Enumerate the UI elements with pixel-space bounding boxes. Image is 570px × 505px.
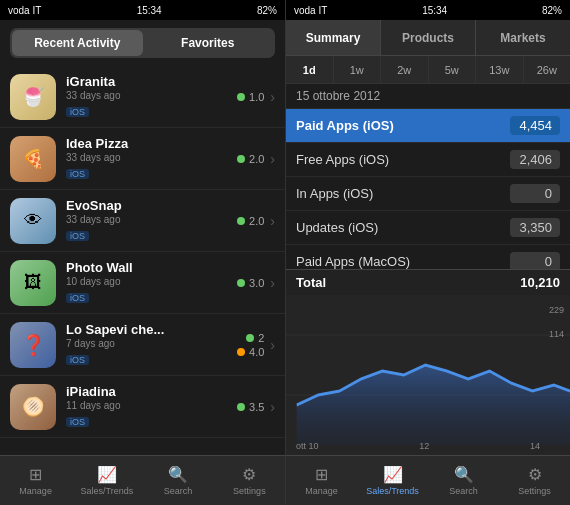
app-icon-photowall: 🖼 (10, 260, 56, 306)
total-label: Total (296, 275, 326, 290)
time-right: 15:34 (422, 5, 447, 16)
tab-manage-right[interactable]: ⊞ Manage (286, 456, 357, 505)
chevron-icon: › (270, 213, 275, 229)
search-icon: 🔍 (454, 465, 474, 484)
app-info-igranita: iGranita 33 days ago iOS (66, 74, 237, 119)
chevron-icon: › (270, 337, 275, 353)
chart-svg (286, 295, 570, 455)
tab-search-label: Search (164, 486, 193, 496)
stat-row: 2.0 (237, 153, 264, 165)
carrier-right: voda IT (294, 5, 327, 16)
app-info-ideapizza: Idea Pizza 33 days ago iOS (66, 136, 237, 181)
data-table: Paid Apps (iOS) 4,454 Free Apps (iOS) 2,… (286, 109, 570, 269)
stat-row: 1.0 (237, 91, 264, 103)
tab-sales-right[interactable]: 📈 Sales/Trends (357, 456, 428, 505)
row-paid-macos[interactable]: Paid Apps (MacOS) 0 (286, 245, 570, 269)
battery-left: 82% (257, 5, 277, 16)
chart-x-label-2: 12 (419, 441, 429, 451)
app-info-evosnap: EvoSnap 33 days ago iOS (66, 198, 237, 243)
chart-y-labels: 229 114 (549, 305, 564, 339)
tab-products[interactable]: Products (381, 20, 476, 55)
app-stats-ideapizza: 2.0 (237, 153, 264, 165)
app-days: 33 days ago (66, 214, 237, 225)
app-days: 33 days ago (66, 152, 237, 163)
tab-bar-right: ⊞ Manage 📈 Sales/Trends 🔍 Search ⚙ Setti… (286, 455, 570, 505)
tab-sales-label: Sales/Trends (366, 486, 419, 496)
chevron-icon: › (270, 399, 275, 415)
status-bar-left: voda IT 15:34 82% (0, 0, 285, 20)
row-free-ios[interactable]: Free Apps (iOS) 2,406 (286, 143, 570, 177)
row-label: Paid Apps (MacOS) (296, 254, 410, 269)
app-stats-ipiadina: 3.5 (237, 401, 264, 413)
app-platform: iOS (66, 417, 89, 427)
chart-y-label-low: 114 (549, 329, 564, 339)
app-icon-igranita: 🍧 (10, 74, 56, 120)
list-item[interactable]: 🫓 iPiadina 11 days ago iOS 3.5 › (0, 376, 285, 438)
stat-row: 3.5 (237, 401, 264, 413)
row-value: 2,406 (510, 150, 560, 169)
dot-green (237, 279, 245, 287)
stat-value: 1.0 (249, 91, 264, 103)
tab-markets[interactable]: Markets (476, 20, 570, 55)
app-platform: iOS (66, 293, 89, 303)
app-info-photowall: Photo Wall 10 days ago iOS (66, 260, 237, 305)
row-value: 0 (510, 252, 560, 269)
carrier-left: voda IT (8, 5, 41, 16)
tab-summary[interactable]: Summary (286, 20, 381, 55)
tab-search-label: Search (449, 486, 478, 496)
tab-manage-label: Manage (19, 486, 52, 496)
seg-favorites[interactable]: Favorites (143, 30, 274, 56)
tr-2w[interactable]: 2w (381, 56, 429, 83)
chart-x-labels: ott 10 12 14 (296, 441, 540, 451)
tab-settings-label: Settings (518, 486, 551, 496)
manage-icon: ⊞ (29, 465, 42, 484)
tr-13w[interactable]: 13w (476, 56, 524, 83)
tab-sales-left[interactable]: 📈 Sales/Trends (71, 456, 142, 505)
tab-manage-label: Manage (305, 486, 338, 496)
row-in-apps-ios[interactable]: In Apps (iOS) 0 (286, 177, 570, 211)
row-value: 3,350 (510, 218, 560, 237)
tab-manage-left[interactable]: ⊞ Manage (0, 456, 71, 505)
tr-1d[interactable]: 1d (286, 56, 334, 83)
row-label: Paid Apps (iOS) (296, 118, 394, 133)
chart-x-label-3: 14 (530, 441, 540, 451)
list-item[interactable]: 🖼 Photo Wall 10 days ago iOS 3.0 › (0, 252, 285, 314)
tr-26w[interactable]: 26w (524, 56, 571, 83)
app-platform: iOS (66, 169, 89, 179)
tab-settings-left[interactable]: ⚙ Settings (214, 456, 285, 505)
stat-value: 4.0 (249, 346, 264, 358)
seg-recent-activity[interactable]: Recent Activity (12, 30, 143, 56)
list-item[interactable]: 🍧 iGranita 33 days ago iOS 1.0 › (0, 66, 285, 128)
stat-value: 2.0 (249, 153, 264, 165)
manage-icon: ⊞ (315, 465, 328, 484)
list-item[interactable]: 👁 EvoSnap 33 days ago iOS 2.0 › (0, 190, 285, 252)
stat-value: 3.0 (249, 277, 264, 289)
row-updates-ios[interactable]: Updates (iOS) 3,350 (286, 211, 570, 245)
sales-icon: 📈 (383, 465, 403, 484)
row-label: Updates (iOS) (296, 220, 378, 235)
list-item[interactable]: 🍕 Idea Pizza 33 days ago iOS 2.0 › (0, 128, 285, 190)
dot-orange (237, 348, 245, 356)
status-bar-right: voda IT 15:34 82% (286, 0, 570, 20)
stat-row: 3.0 (237, 277, 264, 289)
segment-control: Recent Activity Favorites (10, 28, 275, 58)
stat-value: 3.5 (249, 401, 264, 413)
app-icon-ipiadina: 🫓 (10, 384, 56, 430)
svg-marker-2 (297, 365, 570, 445)
app-stats-losapevi: 2 4.0 (237, 332, 264, 358)
row-label: Free Apps (iOS) (296, 152, 389, 167)
total-value: 10,210 (520, 275, 560, 290)
tr-5w[interactable]: 5w (429, 56, 477, 83)
tr-1w[interactable]: 1w (334, 56, 382, 83)
tab-search-right[interactable]: 🔍 Search (428, 456, 499, 505)
chevron-icon: › (270, 151, 275, 167)
sales-icon: 📈 (97, 465, 117, 484)
total-row: Total 10,210 (286, 269, 570, 295)
stat-row: 2.0 (237, 215, 264, 227)
tab-search-left[interactable]: 🔍 Search (143, 456, 214, 505)
app-icon-evosnap: 👁 (10, 198, 56, 244)
list-item[interactable]: ❓ Lo Sapevi che... 7 days ago iOS 2 4.0 … (0, 314, 285, 376)
tab-settings-right[interactable]: ⚙ Settings (499, 456, 570, 505)
tabs-row: Summary Products Markets (286, 20, 570, 56)
row-paid-ios[interactable]: Paid Apps (iOS) 4,454 (286, 109, 570, 143)
